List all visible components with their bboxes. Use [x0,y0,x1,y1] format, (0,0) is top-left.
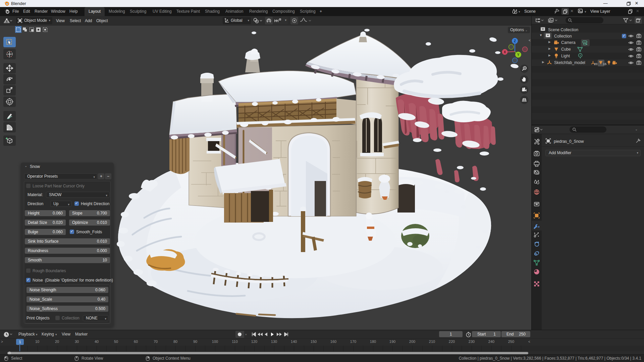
svg-text:Z: Z [514,39,516,43]
svg-text:Y: Y [517,53,520,57]
svg-text:X: X [504,50,506,54]
